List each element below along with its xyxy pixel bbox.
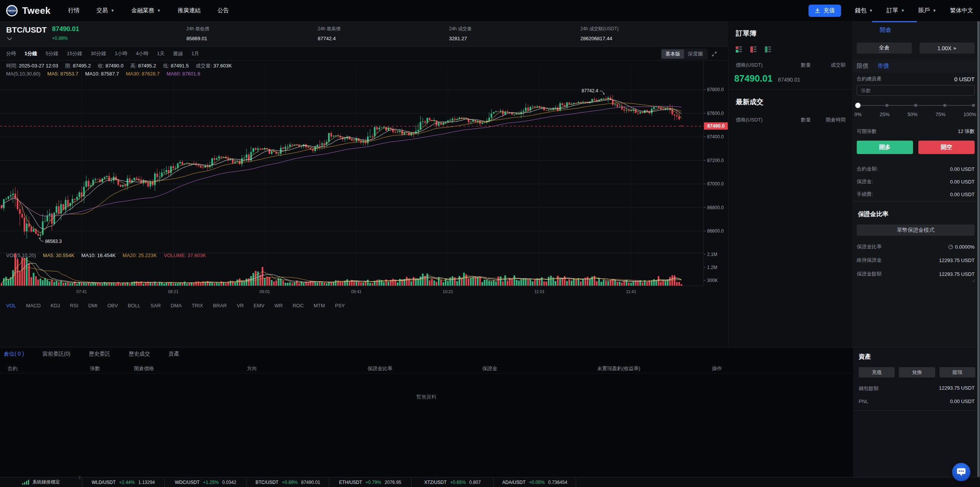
positions-tab[interactable]: 歷史委託 xyxy=(89,351,110,357)
view-basic-button[interactable]: 基本版 xyxy=(662,49,684,59)
timeframe-button[interactable]: 30分鐘 xyxy=(91,50,106,57)
expand-icon[interactable] xyxy=(711,51,717,57)
status-ticker[interactable]: ETH/USDT+0.79%2076.95 xyxy=(329,477,412,487)
timeframe-button[interactable]: 1天 xyxy=(157,50,165,57)
view-toggle: 基本版 深度圖 xyxy=(661,49,707,59)
orderbook-view-asks-icon[interactable] xyxy=(750,46,756,52)
positions-tab[interactable]: 倉位( 0 ) xyxy=(4,351,24,357)
indicator-tab[interactable]: KDJ xyxy=(51,303,60,308)
indicator-tab[interactable]: MACD xyxy=(26,303,41,308)
timeframe-button[interactable]: 1分鐘 xyxy=(24,50,37,57)
timeframe-button[interactable]: 1月 xyxy=(191,50,199,57)
view-depth-button[interactable]: 深度圖 xyxy=(684,49,707,59)
indicator-tab[interactable]: RSI xyxy=(70,303,78,308)
logo-icon: TWEEK xyxy=(6,5,18,16)
indicator-tab[interactable]: TRIX xyxy=(192,303,203,308)
indicator-tab[interactable]: DMI xyxy=(88,303,98,308)
nav-item[interactable]: 金融業務▼ xyxy=(131,7,161,14)
trading-app: TWEEK Tweek 行情交易▼金融業務▼推廣連結公告 充值 錢包▼訂單▼賬戶… xyxy=(0,0,980,487)
chevron-down-icon[interactable] xyxy=(7,37,12,40)
indicator-tab[interactable]: PSY xyxy=(335,303,345,308)
chevron-down-icon: ▼ xyxy=(157,8,161,13)
orderbook-layout-toggles xyxy=(729,38,853,52)
svg-text:87400.0: 87400.0 xyxy=(707,134,724,139)
timeframe-button[interactable]: 15分鐘 xyxy=(67,50,82,57)
status-ticker[interactable]: ADA/USDT+0.05%0.736454 xyxy=(494,477,576,487)
indicator-tab[interactable]: OBV xyxy=(107,303,118,308)
nav-item[interactable]: 公告 xyxy=(217,7,229,14)
nav-item[interactable]: 繁体中文 xyxy=(950,7,973,14)
indicator-tab[interactable]: WR xyxy=(274,303,283,308)
trade-panel: 開倉 全倉 1.00X▶ 限價 市價 合約總資產 0 USDT 0%25%50%… xyxy=(853,21,980,347)
slider-dot[interactable] xyxy=(943,104,946,107)
ticker-pair: BTC/USDT xyxy=(255,480,278,485)
positions-tab[interactable]: 資產 xyxy=(168,351,179,357)
tab-open-position[interactable]: 開倉 xyxy=(880,26,891,34)
timeframe-button[interactable]: 1小時 xyxy=(114,50,127,57)
indicator-tab[interactable]: EMV xyxy=(254,303,265,308)
symbol-header: BTC/USDT 87490.01 +0.89% 24h 最低價85869.01… xyxy=(0,21,728,47)
svg-text:10:21: 10:21 xyxy=(443,289,453,294)
orderbook-view-both-icon[interactable] xyxy=(736,46,742,52)
nav-item-label: 推廣連結 xyxy=(178,7,201,14)
status-ticker[interactable]: BTC/USDT+0.89%87490.01 xyxy=(247,477,329,487)
nav-item[interactable]: 錢包▼ xyxy=(855,7,873,14)
positions-section: 倉位( 0 )當前委託(0)歷史委託歷史成交資產 合約張數開倉價格方向保證金比率… xyxy=(0,348,853,477)
resize-handle-icon[interactable] xyxy=(971,278,975,282)
nav-item[interactable]: 行情 xyxy=(68,7,80,14)
open-short-button[interactable]: 開空 xyxy=(918,141,975,154)
positions-tab[interactable]: 歷史成交 xyxy=(129,351,150,357)
deposit-button[interactable]: 充值 xyxy=(808,5,841,17)
indicator-tab[interactable]: SAR xyxy=(150,303,161,308)
brand-logo[interactable]: TWEEK Tweek xyxy=(0,5,51,16)
chat-widget-button[interactable] xyxy=(952,463,970,481)
timeframe-button[interactable]: 週線 xyxy=(173,50,183,57)
indicator-tab[interactable]: BRAR xyxy=(213,303,227,308)
amount-slider[interactable] xyxy=(858,103,973,108)
positions-tab[interactable]: 當前委託(0) xyxy=(42,351,70,357)
svg-text:2.1M: 2.1M xyxy=(707,252,717,257)
slider-percent-label: 50% xyxy=(908,112,918,117)
assets-action-button[interactable]: 充值 xyxy=(859,367,895,377)
slider-thumb[interactable] xyxy=(855,103,861,108)
nav-item[interactable]: 訂單▼ xyxy=(887,7,905,14)
scrollbar-thumb[interactable] xyxy=(977,21,980,477)
leverage-button[interactable]: 1.00X▶ xyxy=(920,43,975,54)
timeframe-button[interactable]: 5分鐘 xyxy=(46,50,58,57)
tab-market-order[interactable]: 市價 xyxy=(877,62,889,70)
orderbook-view-bids-icon[interactable] xyxy=(765,46,771,52)
chart-canvas[interactable]: 87800.087600.087400.087200.087000.086800… xyxy=(0,61,728,300)
indicator-tab[interactable]: MTM xyxy=(314,303,325,308)
assets-action-button[interactable]: 提現 xyxy=(939,367,975,377)
slider-dot[interactable] xyxy=(972,104,975,107)
indicator-tab[interactable]: ROC xyxy=(292,303,304,308)
slider-dot[interactable] xyxy=(914,104,917,107)
nav-item[interactable]: 交易▼ xyxy=(96,7,114,14)
nav-item-label: 交易 xyxy=(96,7,108,14)
orderbook-last-price: 87490.01 xyxy=(734,73,773,84)
amount-input[interactable] xyxy=(857,85,975,96)
indicator-tab[interactable]: VOL xyxy=(6,303,16,308)
symbol-name[interactable]: BTC/USDT xyxy=(6,25,47,34)
timeframe-button[interactable]: 4小時 xyxy=(136,50,149,57)
indicator-tab[interactable]: VR xyxy=(237,303,243,308)
svg-text:87490.0: 87490.0 xyxy=(707,123,724,129)
nav-item[interactable]: 賬戶▼ xyxy=(918,7,936,14)
indicator-tab[interactable]: DMA xyxy=(171,303,182,308)
nav-item[interactable]: 推廣連結 xyxy=(178,7,201,14)
margin-mode-button[interactable]: 全倉 xyxy=(857,43,912,54)
tab-limit-order[interactable]: 限價 xyxy=(857,62,868,70)
assets-row-label: 錢包餘額 xyxy=(859,385,879,392)
single-coin-margin-mode-button[interactable]: 單幣保證金模式 xyxy=(857,225,975,236)
status-ticker[interactable]: XTZ/USDT+0.65%0.807 xyxy=(412,477,494,487)
status-ticker[interactable]: WLD/USDT+2.44%1.13294 xyxy=(82,477,165,487)
slider-dot[interactable] xyxy=(885,104,889,107)
page-scrollbar[interactable] xyxy=(977,21,980,477)
timeframe-button[interactable]: 分時 xyxy=(6,50,16,57)
open-long-button[interactable]: 開多 xyxy=(857,141,913,154)
open-tab-indicator xyxy=(872,21,917,22)
indicator-tab[interactable]: BOLL xyxy=(128,303,140,308)
status-ticker[interactable]: WDC/USDT+1.25%0.0342 xyxy=(165,477,247,487)
stat-value: 286206817.44 xyxy=(580,36,712,41)
assets-action-button[interactable]: 兌換 xyxy=(899,367,935,377)
